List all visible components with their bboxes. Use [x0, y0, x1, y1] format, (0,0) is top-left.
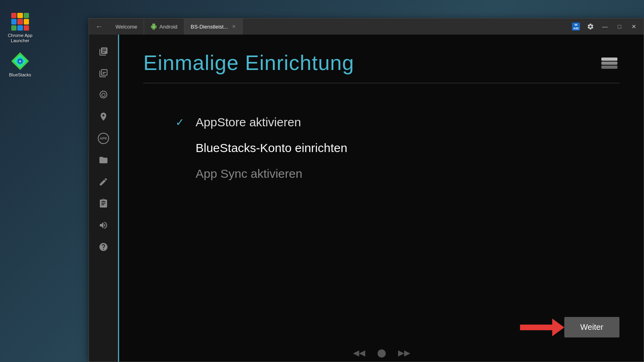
- step-1-label: AppStore aktivieren: [196, 115, 301, 129]
- step-3-label: App Sync aktivieren: [196, 167, 302, 181]
- sidebar-item-clipboard[interactable]: [95, 195, 112, 212]
- weiter-button[interactable]: Weiter: [564, 317, 619, 337]
- bottom-nav-home[interactable]: ⬤: [377, 348, 386, 358]
- desktop-icons: Chrome App Launcher A BlueStacks: [4, 12, 36, 78]
- sidebar-item-help[interactable]: [95, 238, 112, 256]
- tab-welcome-label: Welcome: [116, 24, 137, 30]
- sidebar: APK: [89, 35, 119, 362]
- sidebar-item-apk[interactable]: APK: [95, 130, 112, 147]
- bottom-nav: ◀◀ ⬤ ▶▶: [353, 348, 410, 358]
- arrow-head: [552, 319, 564, 336]
- back-button[interactable]: ←: [92, 21, 106, 33]
- title-bar-controls: W ASD — □ ✕: [566, 19, 644, 35]
- svg-rect-7: [601, 58, 617, 61]
- tab-bs-dienstleist[interactable]: BS-Dienstleist... ✕: [184, 19, 243, 35]
- bottom-nav-forward[interactable]: ▶▶: [398, 348, 410, 358]
- button-area: Weiter: [520, 317, 619, 337]
- step-2-label: BlueStacks-Konto einrichten: [196, 141, 347, 155]
- step-item-3: ✓ App Sync aktivieren: [175, 167, 619, 181]
- bottom-nav-back[interactable]: ◀◀: [353, 348, 365, 358]
- main-content: APK: [89, 35, 644, 362]
- tabs: Welcome Android BS-Dienstleist... ✕: [109, 19, 566, 35]
- tab-android[interactable]: Android: [144, 19, 184, 35]
- step-item-2: ✓ BlueStacks-Konto einrichten: [175, 141, 619, 155]
- sidebar-item-volume[interactable]: [95, 216, 112, 234]
- chrome-launcher-image: [10, 12, 30, 31]
- step-item-1: ✓ AppStore aktivieren: [175, 115, 619, 129]
- tab-bs-label: BS-Dienstleist...: [191, 24, 228, 30]
- tab-android-label: Android: [159, 24, 178, 30]
- minimize-button[interactable]: —: [599, 20, 611, 33]
- sidebar-item-library[interactable]: [95, 43, 112, 60]
- settings-icon: [587, 23, 594, 30]
- sidebar-item-camera[interactable]: [95, 86, 112, 104]
- tab-welcome[interactable]: Welcome: [109, 19, 144, 35]
- steps-list: ✓ AppStore aktivieren ✓ BlueStacks-Konto…: [143, 115, 619, 181]
- red-arrow: [520, 319, 564, 336]
- maximize-button[interactable]: □: [613, 20, 626, 33]
- svg-rect-6: [601, 62, 617, 65]
- title-bar: ← Welcome Android BS-Dienstleist... ✕ W: [89, 19, 644, 35]
- android-tab-icon: [151, 23, 157, 30]
- page-title: Einmalige Einrichtung: [143, 51, 354, 75]
- bluestacks-image: A: [10, 51, 30, 71]
- tab-close-icon[interactable]: ✕: [232, 24, 236, 29]
- svg-rect-5: [601, 66, 617, 69]
- sidebar-item-cards[interactable]: [95, 64, 112, 82]
- sidebar-item-location[interactable]: [95, 108, 112, 125]
- settings-button[interactable]: [584, 20, 597, 33]
- chrome-launcher-label: Chrome App Launcher: [4, 33, 36, 43]
- sidebar-item-folder[interactable]: [95, 151, 112, 169]
- close-button[interactable]: ✕: [627, 20, 640, 33]
- arrow-body: [520, 325, 552, 330]
- step-1-check-icon: ✓: [175, 116, 188, 129]
- sidebar-item-notes[interactable]: [95, 173, 112, 191]
- bluestacks-desktop-icon[interactable]: A BlueStacks: [4, 51, 36, 78]
- bluestacks-window: ← Welcome Android BS-Dienstleist... ✕ W: [89, 18, 644, 362]
- chrome-app-launcher-icon[interactable]: Chrome App Launcher: [4, 12, 36, 43]
- svg-text:A: A: [19, 60, 21, 63]
- content-panel: Einmalige Einrichtung ✓ AppStore aktivie…: [119, 35, 644, 362]
- page-header: Einmalige Einrichtung: [143, 51, 619, 83]
- stack-icon: [599, 53, 619, 73]
- word-badge: W ASD: [570, 20, 582, 33]
- nav-back-area: ←: [89, 19, 109, 35]
- bluestacks-label: BlueStacks: [9, 72, 31, 78]
